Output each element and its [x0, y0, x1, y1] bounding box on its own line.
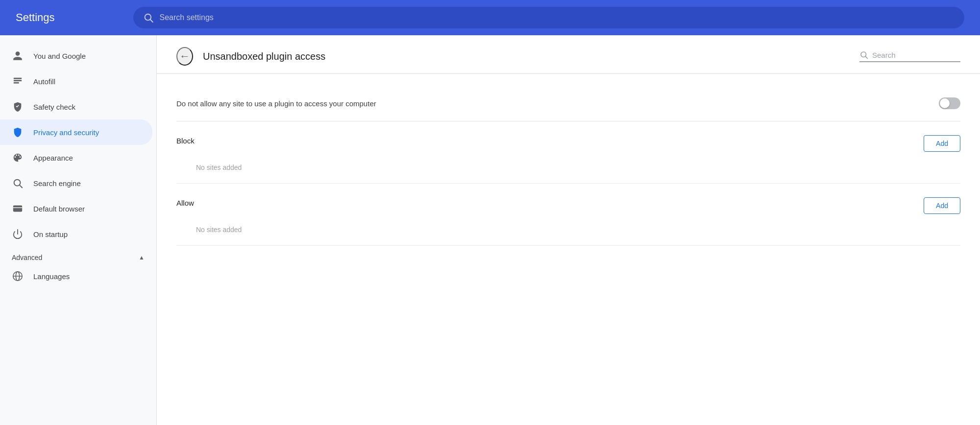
sidebar-label-default-browser: Default browser — [33, 205, 85, 213]
privacy-icon — [12, 126, 24, 138]
sidebar-item-default-browser[interactable]: Default browser — [0, 196, 152, 221]
block-add-button[interactable]: Add — [924, 135, 960, 152]
allow-section-title: Allow — [176, 199, 194, 207]
main-content: ← Unsandboxed plugin access Do not allow… — [157, 35, 980, 425]
sidebar-item-you-and-google[interactable]: You and Google — [0, 43, 152, 69]
svg-rect-7 — [13, 206, 22, 212]
allow-empty-label: No sites added — [176, 220, 960, 239]
allow-section: Allow Add No sites added — [176, 184, 960, 246]
sidebar-item-languages[interactable]: Languages — [0, 263, 152, 289]
content-body: Do not allow any site to use a plugin to… — [157, 74, 980, 258]
svg-line-1 — [150, 20, 153, 22]
back-button[interactable]: ← — [176, 47, 193, 66]
sidebar-item-search-engine[interactable]: Search engine — [0, 170, 152, 196]
app-title: Settings — [16, 11, 114, 24]
sidebar-label-appearance: Appearance — [33, 154, 73, 162]
block-empty-label: No sites added — [176, 158, 960, 177]
sidebar-item-appearance[interactable]: Appearance — [0, 145, 152, 170]
palette-icon — [12, 152, 24, 164]
allow-add-button[interactable]: Add — [924, 197, 960, 214]
content-title: Unsandboxed plugin access — [203, 51, 850, 62]
sidebar-item-privacy-and-security[interactable]: Privacy and security — [0, 119, 152, 145]
sidebar: You and Google Autofill Safety check Pri… — [0, 35, 157, 425]
autofill-icon — [12, 75, 24, 87]
svg-line-14 — [865, 56, 867, 58]
topbar: Settings — [0, 0, 980, 35]
advanced-label: Advanced — [12, 254, 42, 261]
sidebar-label-autofill: Autofill — [33, 77, 55, 86]
toggle-row: Do not allow any site to use a plugin to… — [176, 86, 960, 121]
svg-line-6 — [20, 185, 22, 188]
block-section: Block Add No sites added — [176, 121, 960, 184]
sidebar-item-autofill[interactable]: Autofill — [0, 69, 152, 94]
block-section-title: Block — [176, 137, 195, 145]
sidebar-item-safety-check[interactable]: Safety check — [0, 94, 152, 119]
advanced-section-header[interactable]: Advanced ▲ — [0, 247, 156, 263]
search-engine-icon — [12, 177, 24, 189]
sidebar-label-privacy: Privacy and security — [33, 128, 99, 137]
content-search-icon — [859, 50, 868, 59]
svg-rect-4 — [14, 82, 19, 84]
globe-icon — [12, 270, 24, 282]
toggle-knob — [940, 98, 950, 108]
sidebar-label-on-startup: On startup — [33, 230, 68, 238]
person-icon — [12, 50, 24, 62]
browser-icon — [12, 203, 24, 214]
toggle-description: Do not allow any site to use a plugin to… — [176, 99, 376, 108]
shield-icon — [12, 101, 24, 113]
toggle-switch[interactable] — [939, 97, 960, 109]
power-icon — [12, 228, 24, 240]
svg-rect-3 — [14, 80, 22, 81]
content-header: ← Unsandboxed plugin access — [157, 35, 980, 74]
sidebar-label-safety-check: Safety check — [33, 103, 75, 111]
svg-rect-2 — [14, 78, 22, 79]
sidebar-label-you-and-google: You and Google — [33, 52, 86, 60]
main-layout: You and Google Autofill Safety check Pri… — [0, 35, 980, 425]
sidebar-label-search-engine: Search engine — [33, 179, 81, 188]
sidebar-label-languages: Languages — [33, 272, 70, 281]
sidebar-item-on-startup[interactable]: On startup — [0, 221, 152, 247]
search-icon — [143, 12, 154, 23]
advanced-chevron-icon: ▲ — [139, 254, 145, 261]
global-search-input[interactable] — [160, 13, 955, 22]
allow-section-header: Allow Add — [176, 197, 960, 214]
content-search-input[interactable] — [872, 51, 960, 59]
global-search-bar[interactable] — [133, 7, 964, 28]
content-search-bar[interactable] — [859, 50, 960, 62]
block-section-header: Block Add — [176, 135, 960, 152]
